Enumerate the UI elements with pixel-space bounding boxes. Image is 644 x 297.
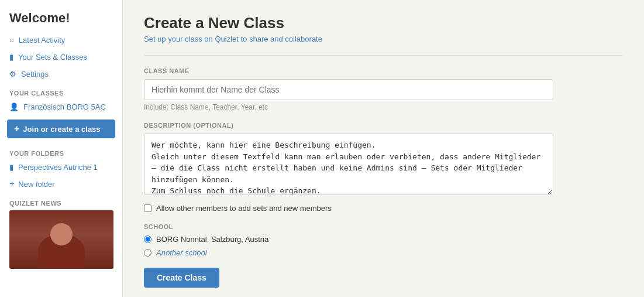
quizlet-news-label: QUIZLET NEWS	[0, 193, 122, 210]
new-folder-label: New folder	[18, 180, 54, 189]
allow-members-row: Allow other members to add sets and new …	[144, 204, 623, 213]
school-option2-label[interactable]: Another school	[156, 248, 207, 257]
school-option1-radio[interactable]	[144, 235, 151, 243]
sidebar-item-latest-activity[interactable]: ○ Latest Activity	[0, 32, 122, 49]
sidebar-sets-classes-label: Your Sets & Classes	[18, 53, 87, 62]
allow-members-checkbox[interactable]	[144, 204, 151, 212]
join-btn-label: Join or create a class	[23, 125, 100, 134]
your-classes-label: YOUR CLASSES	[0, 83, 122, 99]
sidebar-item-settings[interactable]: ⚙ Settings	[0, 66, 122, 83]
sidebar-item-your-sets-classes[interactable]: ▮ Your Sets & Classes	[0, 49, 122, 66]
create-class-button[interactable]: Create Class	[144, 268, 219, 288]
sets-icon: ▮	[9, 53, 13, 62]
sidebar-folder-name: Perspectives Autriche 1	[18, 163, 98, 172]
sidebar-folder-item[interactable]: ▮ Perspectives Autriche 1	[0, 159, 122, 175]
class-name-label: CLASS NAME	[144, 67, 623, 74]
main-content: Create a New Class Set up your class on …	[123, 0, 644, 297]
page-subtitle: Set up your class on Quizlet to share an…	[144, 35, 623, 43]
sidebar-latest-activity-label: Latest Activity	[19, 36, 65, 45]
class-name-hint: Include: Class Name, Teacher, Year, etc	[144, 103, 623, 111]
your-folders-label: YOUR FOLDERS	[0, 143, 122, 159]
new-folder-plus-icon: +	[9, 179, 15, 189]
school-option2-radio[interactable]	[144, 249, 151, 257]
school-option1-row: BORG Nonntal, Salzburg, Austria	[144, 235, 623, 244]
school-section: SCHOOL BORG Nonntal, Salzburg, Austria A…	[144, 223, 623, 257]
class-icon: 👤	[9, 103, 19, 111]
join-or-create-class-button[interactable]: + Join or create a class	[7, 120, 115, 138]
description-textarea[interactable]	[144, 134, 553, 195]
allow-members-label[interactable]: Allow other members to add sets and new …	[156, 204, 332, 213]
sidebar-settings-label: Settings	[21, 70, 49, 78]
new-folder-button[interactable]: + New folder	[0, 175, 122, 193]
page-title: Create a New Class	[144, 14, 623, 32]
description-label: DESCRIPTION (OPTIONAL)	[144, 122, 623, 129]
clock-icon: ○	[9, 36, 14, 45]
school-label: SCHOOL	[144, 223, 623, 230]
folder-icon: ▮	[9, 163, 13, 172]
divider	[144, 55, 623, 56]
sidebar-class-item[interactable]: 👤 Französisch BORG 5AC	[0, 99, 122, 115]
gear-icon: ⚙	[9, 70, 16, 78]
school-option1-label[interactable]: BORG Nonntal, Salzburg, Austria	[156, 235, 268, 244]
sidebar-welcome: Welcome!	[0, 0, 122, 32]
news-person-photo	[9, 210, 113, 269]
class-name-input[interactable]	[144, 79, 553, 100]
news-image	[9, 210, 113, 269]
plus-icon: +	[14, 124, 19, 134]
school-option2-row: Another school	[144, 248, 623, 257]
sidebar-class-name: Französisch BORG 5AC	[23, 103, 106, 111]
sidebar: Welcome! ○ Latest Activity ▮ Your Sets &…	[0, 0, 123, 297]
